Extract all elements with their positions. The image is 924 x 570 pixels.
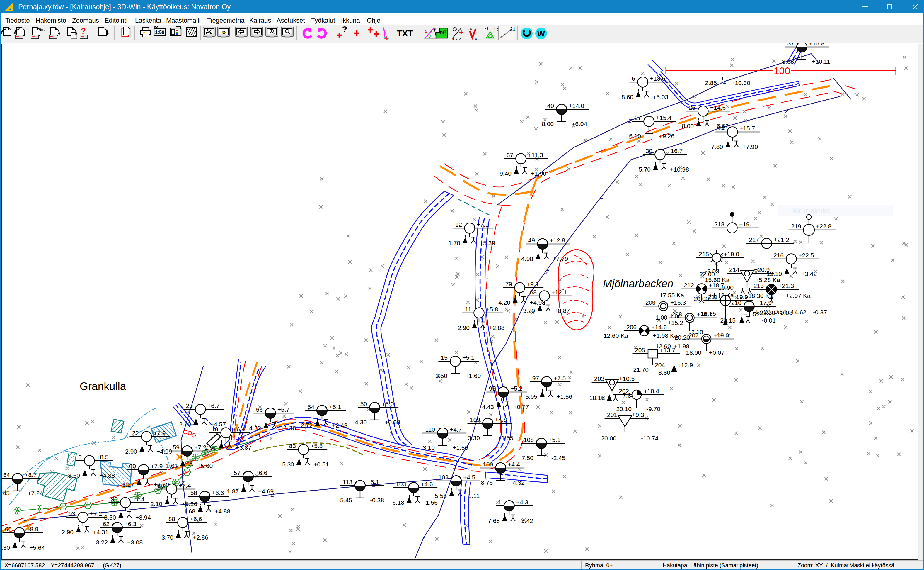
svg-text:Grankulla: Grankulla [80,380,126,392]
svg-text:59: 59 [173,444,180,450]
svg-text:+4.5: +4.5 [463,474,475,481]
svg-text:93: 93 [69,510,75,517]
svg-text:+7.24: +7.24 [27,490,43,496]
svg-text:19: 19 [212,426,218,432]
svg-text:+4.88: +4.88 [99,472,115,479]
svg-text:+6.6: +6.6 [190,515,202,522]
svg-text:25: 25 [689,104,695,111]
svg-text:-3.42: -3.42 [519,517,533,524]
svg-text:1.70: 1.70 [448,239,460,246]
svg-text:+5.8: +5.8 [310,443,322,449]
svg-text:+7.4: +7.4 [179,482,191,489]
svg-text:+22.5: +22.5 [798,252,814,259]
svg-text:X Y Z: X Y Z [452,37,461,41]
svg-text:+4.7: +4.7 [450,426,462,433]
svg-text:+1.55: +1.55 [498,435,513,441]
svg-text:20.15: 20.15 [720,317,736,324]
svg-text:20.10: 20.10 [616,406,632,412]
svg-text:103: 103 [396,481,406,487]
svg-text:+4.3: +4.3 [516,499,528,506]
svg-text:+5.0: +5.0 [382,400,394,407]
svg-text:+5.1: +5.1 [367,478,379,485]
svg-text:+8.87: +8.87 [554,307,570,314]
svg-text:88: 88 [168,515,175,522]
svg-text:+6.7: +6.7 [208,402,220,409]
svg-text:+14.6: +14.6 [710,104,725,111]
svg-text:6.10: 6.10 [629,133,641,139]
svg-text:z: z [421,534,425,542]
svg-text:3.50: 3.50 [104,514,116,521]
svg-text:+1.98 Ka: +1.98 Ka [653,332,678,339]
svg-text:9.40: 9.40 [499,170,512,177]
svg-text:109: 109 [470,416,480,423]
svg-text:100: 100 [483,461,493,468]
svg-text:+18.1: +18.1 [696,311,712,317]
svg-text:18.16: 18.16 [589,394,605,401]
svg-text:3.22: 3.22 [96,539,108,545]
svg-text:+14.0: +14.0 [569,102,584,109]
svg-text:+21.3: +21.3 [778,282,794,289]
svg-text:+18.7: +18.7 [709,282,724,288]
svg-text:+5.2: +5.2 [510,385,522,392]
svg-text:+3.42: +3.42 [801,270,817,277]
svg-text:201: 201 [607,411,617,418]
svg-text:21.70: 21.70 [633,366,649,373]
svg-text:+7.9: +7.9 [151,463,163,469]
svg-text:8.00: 8.00 [682,123,694,129]
svg-text:+10.4: +10.4 [644,388,659,394]
svg-text:5.70: 5.70 [638,166,651,173]
svg-text:z: z [785,107,788,115]
svg-text:18.30 Ka: 18.30 Ka [748,292,773,299]
svg-text:8.60: 8.60 [622,93,633,100]
svg-text:+4.31: +4.31 [93,529,108,535]
svg-text:3.70: 3.70 [162,534,173,541]
svg-text:+12.8: +12.8 [550,237,565,244]
svg-text:1: 1 [498,499,501,506]
svg-text:+4.6: +4.6 [421,481,433,487]
svg-text:m²: m² [440,30,446,35]
svg-text:+9.26: +9.26 [659,133,674,139]
svg-text:TXT: TXT [397,28,413,38]
svg-text:+5.39: +5.39 [480,239,495,246]
svg-text:+17.9: +17.9 [756,299,772,306]
svg-text:15: 15 [441,354,447,361]
svg-text:217: 217 [749,236,759,243]
svg-text:+16.3: +16.3 [670,299,686,306]
svg-text:+10.98: +10.98 [670,166,689,173]
svg-text:206: 206 [626,324,637,331]
svg-text:203: 203 [594,375,604,382]
svg-text:54: 54 [308,403,315,410]
svg-text:20.00: 20.00 [693,295,709,302]
svg-text:2.90: 2.90 [458,324,470,331]
svg-text:+10.30: +10.30 [731,80,750,86]
svg-text:205: 205 [635,346,645,353]
svg-text:1.87: 1.87 [227,488,239,495]
svg-text:5.58: 5.58 [435,492,447,499]
svg-text:+0.51: +0.51 [313,461,329,468]
svg-text:+7.90: +7.90 [742,143,758,150]
svg-text:110: 110 [425,426,435,433]
svg-text:+19.0: +19.0 [713,332,729,339]
svg-text:-0.38: -0.38 [370,497,384,503]
svg-text:5.95: 5.95 [525,393,537,400]
svg-text:+6.4: +6.4 [233,426,245,432]
svg-text:+12.1: +12.1 [551,289,567,296]
svg-text:211: 211 [708,294,718,300]
svg-text:+3.08: +3.08 [127,539,143,545]
svg-text:+5.7: +5.7 [278,406,289,413]
svg-text:6: 6 [632,75,635,82]
svg-text:5.30: 5.30 [282,461,294,468]
svg-text:z: z [491,359,495,367]
svg-text:14.62: 14.62 [791,309,806,316]
svg-text:204: 204 [655,362,665,368]
svg-text:+22.8: +22.8 [816,223,831,230]
svg-text:1.68: 1.68 [183,508,195,515]
svg-text:3: 3 [78,454,82,460]
svg-text:+5.03: +5.03 [653,93,668,100]
svg-text:+5.1: +5.1 [548,436,561,443]
svg-text:+1.36: +1.36 [280,424,296,431]
svg-text:+3.94: +3.94 [135,514,151,521]
svg-text:-1.11: -1.11 [466,492,480,499]
svg-text:+16.7: +16.7 [667,147,683,154]
svg-text:8.00: 8.00 [542,121,554,127]
